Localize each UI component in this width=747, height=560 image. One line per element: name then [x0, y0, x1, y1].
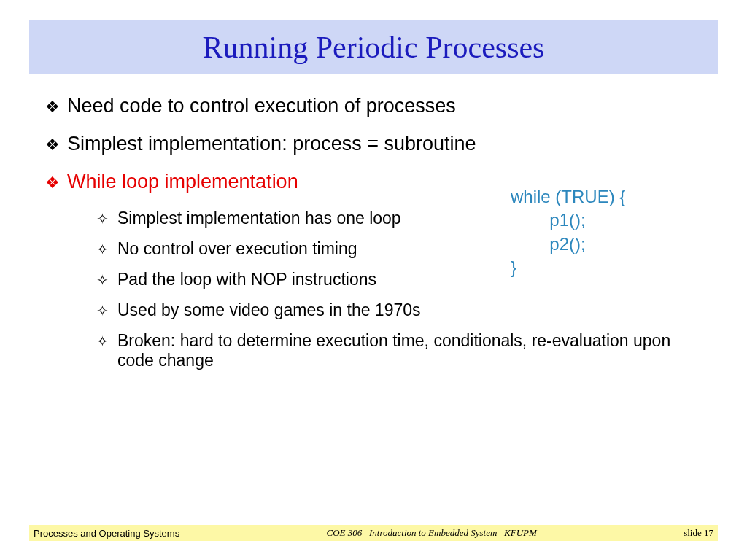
bullet-level1: ❖ Simplest implementation: process = sub…	[45, 133, 718, 158]
footer-left: Processes and Operating Systems	[34, 528, 179, 539]
bullet-level2: ✧ Used by some video games in the 1970s	[96, 300, 680, 321]
bullet-text: Simplest implementation has one loop	[117, 209, 401, 228]
bullet-level1: ❖ Need code to control execution of proc…	[45, 95, 718, 120]
diamond-outline-icon: ✧	[96, 300, 109, 321]
diamond-outline-icon: ✧	[96, 209, 109, 229]
slide: Running Periodic Processes ❖ Need code t…	[0, 0, 747, 560]
diamond-bullet-icon: ❖	[45, 133, 60, 158]
footer-right: slide 17	[684, 527, 713, 539]
bullet-text: While loop implementation	[67, 171, 298, 193]
bullet-text: Used by some video games in the 1970s	[117, 300, 421, 320]
diamond-outline-icon: ✧	[96, 270, 109, 290]
code-line: }	[511, 257, 516, 277]
bullet-text: No control over execution timing	[117, 239, 357, 259]
code-line: p2();	[511, 234, 586, 254]
footer-bar: Processes and Operating Systems COE 306–…	[29, 525, 718, 541]
diamond-bullet-icon: ❖	[45, 171, 60, 195]
slide-title: Running Periodic Processes	[203, 30, 545, 65]
bullet-level2: ✧ Broken: hard to determine execution ti…	[96, 331, 680, 370]
footer-center: COE 306– Introduction to Embedded System…	[179, 527, 684, 539]
diamond-outline-icon: ✧	[96, 239, 109, 260]
bullet-text: Pad the loop with NOP instructions	[117, 270, 376, 289]
code-snippet: while (TRUE) { p1(); p2(); }	[511, 185, 625, 280]
code-line: p1();	[511, 210, 586, 230]
diamond-outline-icon: ✧	[96, 331, 109, 351]
bullet-text: Need code to control execution of proces…	[67, 95, 456, 117]
bullet-text: Simplest implementation: process = subro…	[67, 133, 476, 155]
code-line: while (TRUE) {	[511, 187, 625, 206]
title-bar: Running Periodic Processes	[29, 20, 718, 74]
diamond-bullet-icon: ❖	[45, 95, 60, 120]
bullet-text: Broken: hard to determine execution time…	[117, 331, 680, 370]
